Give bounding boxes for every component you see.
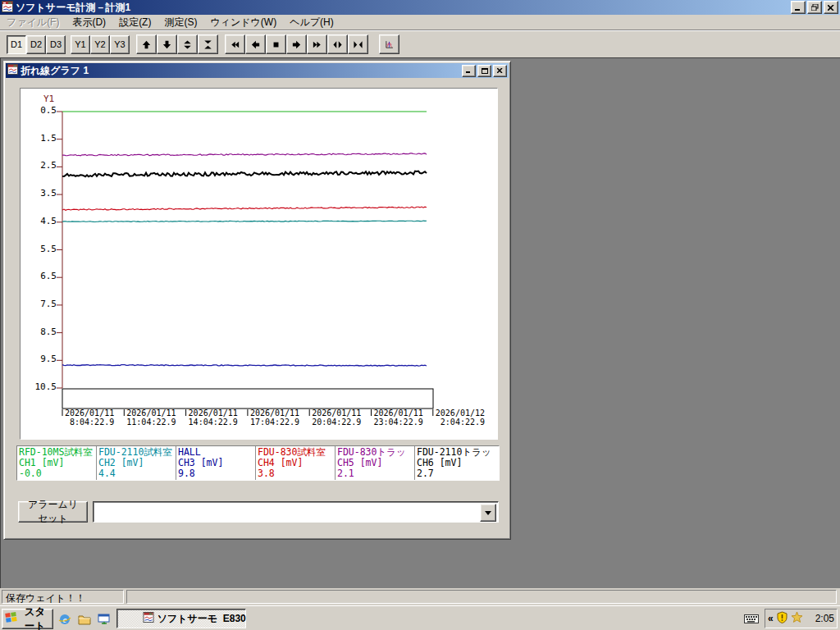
alarm-combobox[interactable] bbox=[93, 501, 499, 523]
alarm-band-box bbox=[62, 389, 433, 409]
toolbar-button-y1[interactable]: Y1 bbox=[71, 35, 90, 54]
toolbar-button-expand-horizontal[interactable] bbox=[327, 34, 348, 54]
graph-minimize-button[interactable] bbox=[462, 65, 476, 77]
graph-close-button[interactable] bbox=[493, 65, 507, 77]
chevron-down-icon bbox=[485, 511, 491, 515]
restore-button[interactable] bbox=[807, 1, 822, 14]
toolbar-button-rewind[interactable] bbox=[225, 34, 245, 54]
x-axis-tick-label: 2026/01/11 11:04:22.9 bbox=[126, 409, 176, 427]
compress-vertical-icon bbox=[203, 39, 212, 50]
y-axis-tick-label: 9.5 bbox=[21, 354, 57, 364]
menu-item-1: ファイル(F) bbox=[0, 14, 66, 31]
series-ch5-line bbox=[62, 153, 427, 156]
ie-icon[interactable]: e bbox=[57, 612, 71, 626]
legend-ch1: RFD-10MS試料室CH1 [mV]-0.0 bbox=[17, 446, 97, 480]
x-axis-tick-label: 2026/01/12 2:04:22.9 bbox=[436, 409, 485, 427]
y-axis-tick-label: 7.5 bbox=[21, 299, 57, 309]
fast-forward-icon bbox=[313, 39, 322, 50]
close-button[interactable] bbox=[824, 1, 838, 14]
menu-item-4[interactable]: 測定(S) bbox=[158, 14, 203, 31]
toolbar-button-d2[interactable]: D2 bbox=[26, 35, 46, 54]
toolbar-button-d3[interactable]: D3 bbox=[46, 35, 66, 54]
legend-ch6: FDU-2110トラッCH6 [mV]2.7 bbox=[415, 446, 495, 480]
legend-channel-label: CH3 [mV] bbox=[178, 458, 255, 468]
toolbar-button-scroll-down[interactable] bbox=[157, 34, 177, 54]
toolbar-button-scroll-left[interactable] bbox=[245, 34, 266, 54]
keyboard-icon[interactable] bbox=[744, 613, 759, 627]
y-axis-tick-label: 0.5 bbox=[21, 106, 57, 116]
legend-channel-value: -0.0 bbox=[19, 468, 96, 479]
folder-icon[interactable] bbox=[77, 612, 91, 626]
toolbar-button-scroll-up[interactable] bbox=[136, 34, 157, 54]
legend-channel-name: RFD-10MS試料室 bbox=[19, 447, 96, 458]
legend-channel-name: FDU-2110トラッ bbox=[417, 447, 495, 458]
legend-channel-label: CH2 [mV] bbox=[98, 458, 176, 468]
main-titlebar[interactable]: ソフトサーモ計測－計測1 bbox=[0, 0, 840, 15]
toolbar-button-y3[interactable]: Y3 bbox=[110, 35, 130, 54]
status-panel-secondary bbox=[126, 590, 837, 604]
tray-expand-chevron[interactable]: « bbox=[768, 613, 774, 624]
graph-titlebar[interactable]: 折れ線グラフ 1 bbox=[6, 63, 509, 78]
graph-window-title: 折れ線グラフ 1 bbox=[21, 64, 460, 78]
task-label: ソフトサーモ E830 bbox=[158, 612, 246, 626]
legend-channel-name: FDU-830試料室 bbox=[258, 447, 335, 458]
toolbar-button-stop[interactable] bbox=[266, 34, 286, 54]
legend-channel-value: 3.8 bbox=[258, 468, 335, 479]
menu-item-5[interactable]: ウィンドウ(W) bbox=[203, 14, 283, 31]
x-axis-tick-label: 2026/01/11 20:04:22.9 bbox=[312, 409, 361, 427]
legend-channel-label: CH1 [mV] bbox=[19, 458, 96, 468]
legend-ch3: HALLCH3 [mV]9.8 bbox=[176, 446, 256, 480]
task-icon bbox=[121, 600, 154, 630]
toolbar-button-compress-horizontal[interactable] bbox=[348, 34, 368, 54]
toolbar-button-fast-forward[interactable] bbox=[307, 34, 327, 54]
series-ch3-line bbox=[62, 365, 427, 367]
alarm-reset-button[interactable]: アラームリセット bbox=[18, 501, 88, 523]
legend-ch2: FDU-2110試料室CH2 [mV]4.4 bbox=[97, 446, 176, 480]
taskbar-task-button[interactable]: ソフトサーモ E830 bbox=[116, 609, 246, 628]
series-ch6-line bbox=[62, 171, 427, 177]
y-axis-tick-label: 1.5 bbox=[21, 134, 57, 144]
stop-icon bbox=[272, 39, 281, 50]
legend-channel-name: HALL bbox=[178, 447, 255, 458]
y-axis-tick-label: 10.5 bbox=[21, 382, 57, 392]
start-button[interactable]: スタート bbox=[2, 609, 53, 629]
graph-maximize-button[interactable] bbox=[477, 65, 491, 77]
legend-channel-value: 2.7 bbox=[417, 468, 495, 479]
toolbar-button-expand-vertical[interactable] bbox=[177, 34, 198, 54]
legend-channel-name: FDU-830トラッ bbox=[337, 447, 414, 458]
show-desktop-icon[interactable] bbox=[97, 612, 111, 626]
svg-text:e: e bbox=[62, 614, 66, 624]
toolbar-button-y2[interactable]: Y2 bbox=[90, 35, 110, 54]
toolbar-button-d1[interactable]: D1 bbox=[7, 35, 26, 54]
channel-legend: RFD-10MS試料室CH1 [mV]-0.0FDU-2110試料室CH2 [m… bbox=[16, 445, 500, 481]
y-axis-label: Y1 bbox=[43, 94, 54, 104]
y-axis-tick-label: 8.5 bbox=[21, 327, 57, 337]
toolbar-button-graph-settings[interactable] bbox=[379, 34, 399, 54]
combo-dropdown-button[interactable] bbox=[480, 504, 496, 522]
x-axis-tick-label: 2026/01/11 17:04:22.9 bbox=[250, 409, 299, 427]
y-axis-tick-label: 6.5 bbox=[21, 272, 57, 281]
taskbar-clock[interactable]: 2:05 bbox=[815, 613, 834, 624]
series-ch4-line bbox=[62, 207, 427, 210]
status-message: 保存ウェイト！！ bbox=[2, 590, 124, 604]
x-axis-tick-label: 2026/01/11 14:04:22.9 bbox=[189, 409, 238, 427]
legend-channel-value: 4.4 bbox=[98, 468, 176, 479]
graph-window-content: Y1 0.51.52.53.54.55.56.57.58.59.510.5 20… bbox=[6, 78, 509, 537]
app-icon bbox=[2, 1, 13, 15]
mdi-area: 折れ線グラフ 1 Y1 0.51.52.53.54.55.56.57.58.59… bbox=[0, 57, 840, 588]
menu-item-3[interactable]: 設定(Z) bbox=[112, 14, 158, 31]
security-shield-icon[interactable] bbox=[776, 611, 788, 626]
menu-item-2[interactable]: 表示(D) bbox=[66, 14, 112, 31]
star-icon[interactable] bbox=[791, 611, 803, 626]
graph-settings-icon bbox=[385, 39, 394, 51]
toolbar-button-compress-vertical[interactable] bbox=[198, 34, 218, 54]
toolbar: D1D2D3Y1Y2Y3 bbox=[0, 30, 840, 57]
toolbar-button-scroll-right[interactable] bbox=[286, 34, 307, 54]
legend-channel-label: CH4 [mV] bbox=[258, 458, 335, 468]
menu-item-6[interactable]: ヘルプ(H) bbox=[283, 14, 340, 31]
graph-window-icon bbox=[7, 64, 18, 77]
y-axis-tick-label: 4.5 bbox=[21, 217, 57, 226]
start-label: スタート bbox=[20, 605, 50, 630]
chart-panel: Y1 0.51.52.53.54.55.56.57.58.59.510.5 20… bbox=[20, 88, 498, 440]
minimize-button[interactable] bbox=[791, 1, 806, 14]
